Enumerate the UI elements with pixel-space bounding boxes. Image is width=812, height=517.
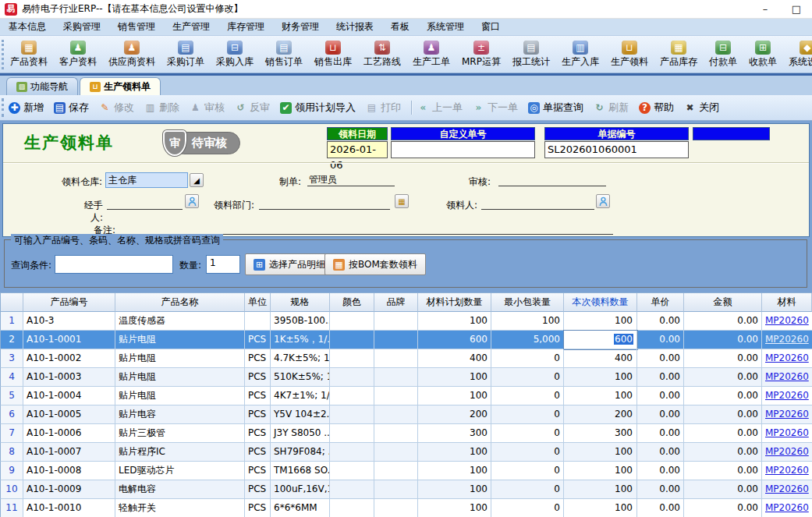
- table-row[interactable]: 5 A10-1-0004 贴片电阻 PCS 4K7±1%; 1/... 100 …: [0, 387, 812, 405]
- cell-pick-qty[interactable]: 100: [564, 312, 637, 331]
- cell-plan-qty[interactable]: 100: [418, 443, 491, 462]
- cell-amount[interactable]: 0.00: [684, 443, 762, 462]
- auditor-value[interactable]: [498, 172, 606, 186]
- cell-product-code[interactable]: A10-1-0006: [23, 424, 115, 443]
- cell-product-code[interactable]: A10-1-0001: [23, 331, 115, 349]
- cell-spec[interactable]: 3950B-100...: [271, 312, 330, 331]
- cell-brand[interactable]: [374, 462, 418, 480]
- cell-amount[interactable]: 0.00: [684, 368, 762, 387]
- cell-product-code[interactable]: A10-1-0003: [23, 368, 115, 387]
- toolbar-button[interactable]: ▥ 生产入库: [558, 39, 603, 70]
- action-button[interactable]: ♟ 审核: [190, 101, 225, 115]
- department-grid-button[interactable]: ▦: [395, 194, 409, 208]
- cell-price[interactable]: 0.00: [637, 331, 684, 349]
- cell-unit[interactable]: PCS: [245, 405, 271, 424]
- cell-product-name[interactable]: 贴片电阻: [115, 387, 245, 405]
- tab[interactable]: ▨ 功能导航: [6, 77, 78, 95]
- table-row[interactable]: 2 A10-1-0001 贴片电阻 PCS 1K±5%，1/... 600 5,…: [0, 331, 812, 349]
- toolbar-button[interactable]: ⊟ 付款单: [705, 39, 741, 70]
- cell-spec[interactable]: J3Y S8050 ...: [271, 424, 330, 443]
- cell-brand[interactable]: [374, 331, 418, 349]
- toolbar-button[interactable]: ▤ 销售订单: [261, 39, 307, 70]
- cell-min-pack[interactable]: 0: [491, 405, 564, 424]
- toolbar-grip[interactable]: [2, 40, 4, 69]
- header-field-value[interactable]: 2026-01-06: [327, 141, 388, 158]
- remark-value[interactable]: [119, 221, 613, 235]
- menu-item[interactable]: 看板: [382, 19, 418, 35]
- row-number[interactable]: 2: [0, 331, 23, 349]
- cell-price[interactable]: 0.00: [637, 424, 684, 443]
- header-field-value[interactable]: [391, 141, 535, 158]
- material-order-link[interactable]: MP20260: [762, 405, 812, 424]
- menu-item[interactable]: 采购管理: [55, 19, 109, 35]
- cell-unit[interactable]: PCS: [245, 387, 271, 405]
- material-order-link[interactable]: MP20260: [762, 387, 812, 405]
- cell-product-name[interactable]: 贴片三极管: [115, 424, 245, 443]
- material-order-link[interactable]: MP20260: [762, 331, 812, 349]
- col-color[interactable]: 颜色: [330, 293, 374, 312]
- cell-spec[interactable]: 510K±5%; 1...: [271, 368, 330, 387]
- cell-spec[interactable]: 4.7K±5%; 1/...: [271, 349, 330, 368]
- action-button[interactable]: [411, 101, 413, 115]
- toolbar-button[interactable]: ♟ 客户资料: [55, 39, 101, 70]
- cell-amount[interactable]: 0.00: [684, 405, 762, 424]
- actionbar-grip[interactable]: [2, 98, 6, 117]
- material-order-link[interactable]: MP20260: [762, 499, 812, 517]
- action-button[interactable]: ✖ 关闭: [684, 101, 719, 115]
- cell-product-name[interactable]: 贴片电阻: [115, 368, 245, 387]
- cell-pick-qty[interactable]: 300: [564, 424, 637, 443]
- pick-qty-value[interactable]: 100: [614, 465, 633, 476]
- cell-color[interactable]: [330, 331, 374, 349]
- cell-product-name[interactable]: 电解电容: [115, 480, 245, 499]
- cell-spec[interactable]: Y5V 104±2...: [271, 405, 330, 424]
- action-button[interactable]: ✚ 新增: [9, 101, 44, 115]
- menu-item[interactable]: 统计报表: [328, 19, 382, 35]
- col-rownum[interactable]: [0, 293, 23, 312]
- cell-product-code[interactable]: A10-1-0008: [23, 462, 115, 480]
- pick-qty-value[interactable]: 600: [614, 334, 633, 345]
- toolbar-button[interactable]: ⇅ 工艺路线: [360, 39, 405, 70]
- cell-plan-qty[interactable]: 100: [418, 462, 491, 480]
- cell-plan-qty[interactable]: 200: [418, 405, 491, 424]
- pick-qty-value[interactable]: 400: [614, 352, 633, 363]
- cell-pick-qty[interactable]: 200: [564, 405, 637, 424]
- pick-qty-value[interactable]: 100: [614, 446, 633, 457]
- cell-min-pack[interactable]: 0: [491, 424, 564, 443]
- cell-amount[interactable]: 0.00: [684, 349, 762, 368]
- menu-item[interactable]: 系统管理: [418, 19, 473, 35]
- row-number[interactable]: 5: [0, 387, 23, 405]
- action-button[interactable]: ✎ 修改: [99, 101, 134, 115]
- table-row[interactable]: 10 A10-1-0009 电解电容 PCS 100uF,16V,1... 10…: [0, 480, 812, 499]
- material-order-link[interactable]: MP20260: [762, 462, 812, 480]
- cell-color[interactable]: [330, 499, 374, 517]
- cell-spec[interactable]: TM1668 SO...: [271, 462, 330, 480]
- toolbar-button[interactable]: ♟ 生产工单: [409, 39, 454, 70]
- col-amount[interactable]: 金额: [684, 293, 762, 312]
- cell-price[interactable]: 0.00: [637, 312, 684, 331]
- action-button[interactable]: ✔ 领用计划导入: [280, 101, 356, 115]
- pick-qty-value[interactable]: 100: [614, 483, 633, 494]
- col-unit[interactable]: 单位: [245, 293, 271, 312]
- cell-pick-qty[interactable]: 100: [564, 387, 637, 405]
- material-order-link[interactable]: MP20260: [762, 480, 812, 499]
- cell-amount[interactable]: 0.00: [684, 387, 762, 405]
- cell-brand[interactable]: [374, 405, 418, 424]
- cell-product-name[interactable]: 温度传感器: [115, 312, 245, 331]
- table-row[interactable]: 8 A10-1-0007 贴片程序IC PCS SH79F084; ... 10…: [0, 443, 812, 462]
- action-button[interactable]: « 上一单: [417, 101, 463, 115]
- toolbar-button[interactable]: ♟ 供应商资料: [105, 39, 159, 70]
- cell-spec[interactable]: 6*6*6MM: [271, 499, 330, 517]
- col-spec[interactable]: 规格: [271, 293, 330, 312]
- toolbar-button[interactable]: ⊞ 收款单: [745, 39, 781, 70]
- table-row[interactable]: 6 A10-1-0005 贴片电容 PCS Y5V 104±2... 200 0…: [0, 405, 812, 424]
- handler-person-button[interactable]: [185, 194, 199, 208]
- query-input[interactable]: [55, 255, 173, 274]
- cell-min-pack[interactable]: 0: [491, 443, 564, 462]
- row-number[interactable]: 3: [0, 349, 23, 368]
- cell-product-code[interactable]: A10-1-0004: [23, 387, 115, 405]
- pick-qty-value[interactable]: 200: [614, 409, 633, 420]
- cell-unit[interactable]: PCS: [245, 443, 271, 462]
- cell-brand[interactable]: [374, 387, 418, 405]
- cell-product-name[interactable]: 贴片电容: [115, 405, 245, 424]
- cell-amount[interactable]: 0.00: [684, 312, 762, 331]
